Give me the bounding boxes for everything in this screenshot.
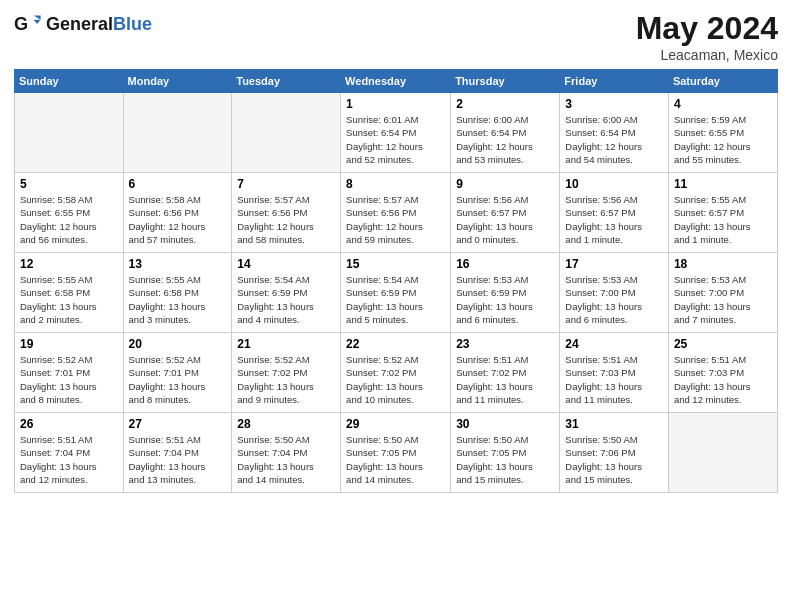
day-number: 23 [456,337,554,351]
day-number: 6 [129,177,227,191]
col-saturday: Saturday [668,70,777,93]
day-info: Sunrise: 5:50 AM Sunset: 7:05 PM Dayligh… [346,433,445,486]
day-info: Sunrise: 5:50 AM Sunset: 7:04 PM Dayligh… [237,433,335,486]
day-number: 29 [346,417,445,431]
calendar-cell: 25Sunrise: 5:51 AM Sunset: 7:03 PM Dayli… [668,333,777,413]
day-info: Sunrise: 5:51 AM Sunset: 7:04 PM Dayligh… [129,433,227,486]
col-tuesday: Tuesday [232,70,341,93]
calendar-cell: 2Sunrise: 6:00 AM Sunset: 6:54 PM Daylig… [451,93,560,173]
day-info: Sunrise: 5:50 AM Sunset: 7:06 PM Dayligh… [565,433,663,486]
calendar-cell: 22Sunrise: 5:52 AM Sunset: 7:02 PM Dayli… [341,333,451,413]
day-info: Sunrise: 6:00 AM Sunset: 6:54 PM Dayligh… [565,113,663,166]
logo-icon: G [14,10,42,38]
calendar-cell: 3Sunrise: 6:00 AM Sunset: 6:54 PM Daylig… [560,93,669,173]
calendar-cell: 27Sunrise: 5:51 AM Sunset: 7:04 PM Dayli… [123,413,232,493]
calendar-cell [668,413,777,493]
day-info: Sunrise: 5:55 AM Sunset: 6:58 PM Dayligh… [20,273,118,326]
day-info: Sunrise: 5:52 AM Sunset: 7:01 PM Dayligh… [20,353,118,406]
day-number: 31 [565,417,663,431]
day-info: Sunrise: 5:54 AM Sunset: 6:59 PM Dayligh… [346,273,445,326]
day-info: Sunrise: 5:55 AM Sunset: 6:58 PM Dayligh… [129,273,227,326]
title-location: Leacaman, Mexico [636,47,778,63]
calendar-week-2: 12Sunrise: 5:55 AM Sunset: 6:58 PM Dayli… [15,253,778,333]
day-info: Sunrise: 5:50 AM Sunset: 7:05 PM Dayligh… [456,433,554,486]
logo-general: General [46,14,113,34]
calendar-cell [15,93,124,173]
day-info: Sunrise: 5:54 AM Sunset: 6:59 PM Dayligh… [237,273,335,326]
calendar-cell: 30Sunrise: 5:50 AM Sunset: 7:05 PM Dayli… [451,413,560,493]
day-info: Sunrise: 5:55 AM Sunset: 6:57 PM Dayligh… [674,193,772,246]
day-info: Sunrise: 5:56 AM Sunset: 6:57 PM Dayligh… [456,193,554,246]
svg-marker-1 [34,16,41,20]
day-info: Sunrise: 5:53 AM Sunset: 6:59 PM Dayligh… [456,273,554,326]
day-number: 14 [237,257,335,271]
day-info: Sunrise: 5:56 AM Sunset: 6:57 PM Dayligh… [565,193,663,246]
main-container: G GeneralBlue May 2024 Leacaman, Mexico … [0,0,792,503]
calendar-cell: 26Sunrise: 5:51 AM Sunset: 7:04 PM Dayli… [15,413,124,493]
day-number: 26 [20,417,118,431]
day-number: 3 [565,97,663,111]
calendar-week-0: 1Sunrise: 6:01 AM Sunset: 6:54 PM Daylig… [15,93,778,173]
title-block: May 2024 Leacaman, Mexico [636,10,778,63]
calendar-cell: 12Sunrise: 5:55 AM Sunset: 6:58 PM Dayli… [15,253,124,333]
day-info: Sunrise: 5:53 AM Sunset: 7:00 PM Dayligh… [565,273,663,326]
svg-marker-2 [34,20,41,24]
day-number: 18 [674,257,772,271]
day-number: 5 [20,177,118,191]
calendar-week-3: 19Sunrise: 5:52 AM Sunset: 7:01 PM Dayli… [15,333,778,413]
calendar-table: Sunday Monday Tuesday Wednesday Thursday… [14,69,778,493]
day-info: Sunrise: 5:51 AM Sunset: 7:04 PM Dayligh… [20,433,118,486]
day-info: Sunrise: 5:57 AM Sunset: 6:56 PM Dayligh… [237,193,335,246]
day-number: 28 [237,417,335,431]
calendar-cell: 1Sunrise: 6:01 AM Sunset: 6:54 PM Daylig… [341,93,451,173]
day-info: Sunrise: 5:51 AM Sunset: 7:03 PM Dayligh… [565,353,663,406]
day-number: 9 [456,177,554,191]
day-info: Sunrise: 5:58 AM Sunset: 6:55 PM Dayligh… [20,193,118,246]
calendar-cell: 5Sunrise: 5:58 AM Sunset: 6:55 PM Daylig… [15,173,124,253]
day-number: 7 [237,177,335,191]
calendar-cell: 16Sunrise: 5:53 AM Sunset: 6:59 PM Dayli… [451,253,560,333]
day-info: Sunrise: 5:51 AM Sunset: 7:03 PM Dayligh… [674,353,772,406]
calendar-cell: 23Sunrise: 5:51 AM Sunset: 7:02 PM Dayli… [451,333,560,413]
calendar-cell: 8Sunrise: 5:57 AM Sunset: 6:56 PM Daylig… [341,173,451,253]
calendar-cell: 18Sunrise: 5:53 AM Sunset: 7:00 PM Dayli… [668,253,777,333]
calendar-cell: 4Sunrise: 5:59 AM Sunset: 6:55 PM Daylig… [668,93,777,173]
calendar-cell: 29Sunrise: 5:50 AM Sunset: 7:05 PM Dayli… [341,413,451,493]
col-friday: Friday [560,70,669,93]
day-info: Sunrise: 5:59 AM Sunset: 6:55 PM Dayligh… [674,113,772,166]
day-number: 20 [129,337,227,351]
day-info: Sunrise: 5:57 AM Sunset: 6:56 PM Dayligh… [346,193,445,246]
calendar-cell: 6Sunrise: 5:58 AM Sunset: 6:56 PM Daylig… [123,173,232,253]
day-number: 25 [674,337,772,351]
day-info: Sunrise: 5:52 AM Sunset: 7:02 PM Dayligh… [346,353,445,406]
calendar-cell: 19Sunrise: 5:52 AM Sunset: 7:01 PM Dayli… [15,333,124,413]
calendar-cell [123,93,232,173]
day-number: 2 [456,97,554,111]
day-number: 11 [674,177,772,191]
calendar-week-4: 26Sunrise: 5:51 AM Sunset: 7:04 PM Dayli… [15,413,778,493]
calendar-cell: 20Sunrise: 5:52 AM Sunset: 7:01 PM Dayli… [123,333,232,413]
day-number: 22 [346,337,445,351]
calendar-cell: 28Sunrise: 5:50 AM Sunset: 7:04 PM Dayli… [232,413,341,493]
day-number: 16 [456,257,554,271]
header-row: Sunday Monday Tuesday Wednesday Thursday… [15,70,778,93]
svg-text:G: G [14,14,28,34]
calendar-cell: 10Sunrise: 5:56 AM Sunset: 6:57 PM Dayli… [560,173,669,253]
day-info: Sunrise: 5:52 AM Sunset: 7:01 PM Dayligh… [129,353,227,406]
calendar-week-1: 5Sunrise: 5:58 AM Sunset: 6:55 PM Daylig… [15,173,778,253]
day-number: 12 [20,257,118,271]
logo: G GeneralBlue [14,10,152,38]
col-thursday: Thursday [451,70,560,93]
day-number: 27 [129,417,227,431]
day-info: Sunrise: 5:58 AM Sunset: 6:56 PM Dayligh… [129,193,227,246]
day-info: Sunrise: 5:52 AM Sunset: 7:02 PM Dayligh… [237,353,335,406]
col-wednesday: Wednesday [341,70,451,93]
calendar-cell: 13Sunrise: 5:55 AM Sunset: 6:58 PM Dayli… [123,253,232,333]
calendar-cell [232,93,341,173]
col-sunday: Sunday [15,70,124,93]
day-number: 8 [346,177,445,191]
calendar-cell: 15Sunrise: 5:54 AM Sunset: 6:59 PM Dayli… [341,253,451,333]
day-number: 24 [565,337,663,351]
title-month: May 2024 [636,10,778,47]
calendar-cell: 9Sunrise: 5:56 AM Sunset: 6:57 PM Daylig… [451,173,560,253]
